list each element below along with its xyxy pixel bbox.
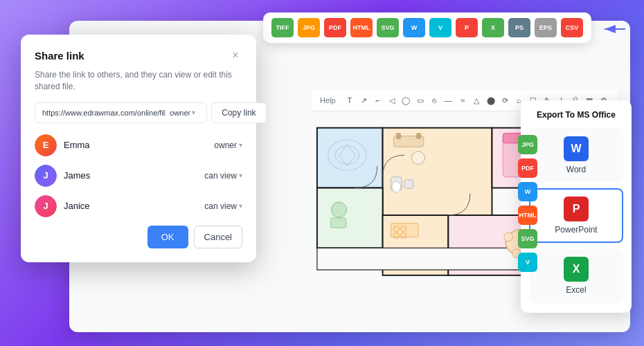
tool-line[interactable]: —: [442, 93, 454, 108]
avatar-janice-img: J: [35, 195, 57, 217]
avatar-emma-img: E: [35, 134, 57, 156]
tool-corner[interactable]: ⌐: [372, 93, 383, 108]
export-options: W Word P PowerPoint X Excel: [529, 128, 623, 303]
share-dialog: Share link × Share the link to others, a…: [21, 35, 256, 262]
role-janice-label: can view: [204, 201, 237, 211]
svg-rect-35: [331, 218, 346, 228]
user-name-emma: Emma: [64, 140, 207, 150]
role-emma[interactable]: owner ▾: [214, 140, 242, 150]
permission-chevron: ▾: [192, 109, 195, 116]
tool-tri[interactable]: △: [471, 93, 482, 108]
export-panel-title: Export To MS Office: [529, 110, 623, 120]
format-eps[interactable]: EPS: [535, 18, 557, 37]
close-button[interactable]: ×: [229, 48, 242, 62]
tool-rect[interactable]: ▭: [415, 93, 426, 108]
word-label: Word: [566, 165, 586, 174]
svg-point-34: [331, 202, 346, 217]
side-icon-pdf[interactable]: PDF: [518, 158, 537, 178]
role-janice-chevron: ▾: [239, 202, 242, 210]
export-excel-card[interactable]: X Excel: [529, 248, 623, 303]
export-panel: Export To MS Office W Word P PowerPoint …: [521, 100, 632, 313]
excel-label: Excel: [566, 285, 586, 295]
word-icon: W: [564, 136, 589, 161]
permission-dropdown[interactable]: owner ▾: [165, 109, 199, 117]
ok-button[interactable]: OK: [147, 226, 188, 248]
role-james[interactable]: can view ▾: [204, 171, 242, 181]
tool-fill[interactable]: ⬤: [485, 93, 497, 108]
export-word-card[interactable]: W Word: [529, 128, 623, 183]
format-word[interactable]: W: [403, 18, 425, 37]
tool-eraser[interactable]: ⎋: [429, 93, 440, 108]
help-label: Help: [320, 96, 336, 104]
tool-rotate[interactable]: ⟳: [499, 93, 510, 108]
user-name-james: James: [64, 170, 197, 181]
format-ppt[interactable]: P: [456, 18, 478, 37]
svg-point-15: [411, 152, 424, 165]
export-side-icons: JPG PDF W HTML SVG V: [518, 135, 537, 272]
side-icon-jpg[interactable]: JPG: [518, 135, 537, 154]
format-svg[interactable]: SVG: [377, 18, 399, 37]
link-input-container: https://www.edrawmax.com/online/fil owne…: [35, 102, 207, 123]
dialog-header: Share link ×: [35, 48, 242, 62]
dialog-title: Share link: [35, 50, 84, 62]
cancel-button[interactable]: Cancel: [194, 226, 242, 248]
svg-rect-14: [417, 134, 421, 139]
format-tiff[interactable]: TIFF: [271, 18, 294, 37]
side-icon-svg[interactable]: SVG: [518, 229, 537, 248]
svg-point-27: [504, 233, 513, 242]
svg-rect-0: [317, 128, 383, 188]
svg-rect-4: [317, 188, 383, 248]
avatar-james: J: [35, 165, 57, 187]
permission-label: owner: [170, 109, 190, 117]
svg-rect-18: [404, 180, 413, 189]
format-jpg[interactable]: JPG: [298, 18, 320, 37]
user-row-janice: J Janice can view ▾: [35, 195, 242, 217]
role-emma-chevron: ▾: [239, 141, 242, 149]
svg-point-17: [392, 181, 401, 192]
tool-wave[interactable]: ≈: [457, 93, 468, 108]
role-james-label: can view: [204, 171, 237, 181]
tool-text[interactable]: T: [344, 93, 355, 108]
format-visio[interactable]: V: [429, 18, 451, 37]
svg-rect-13: [396, 134, 400, 139]
role-james-chevron: ▾: [239, 172, 242, 179]
excel-icon: X: [564, 257, 589, 282]
side-icon-visio[interactable]: V: [518, 253, 537, 272]
tool-shape1[interactable]: ◁: [386, 93, 397, 108]
svg-rect-19: [391, 224, 418, 237]
avatar-janice: J: [35, 195, 57, 217]
format-xls[interactable]: X: [482, 18, 504, 37]
user-name-janice: Janice: [64, 201, 197, 211]
tool-shape2[interactable]: ◯: [400, 93, 411, 108]
copy-link-button[interactable]: Copy link: [211, 102, 266, 123]
avatar-emma: E: [35, 134, 57, 156]
link-url-text: https://www.edrawmax.com/online/fil: [42, 109, 165, 117]
export-toolbar: TIFF JPG PDF HTML SVG W V P X PS EPS CSV: [263, 12, 591, 43]
dialog-footer: OK Cancel: [35, 226, 242, 248]
link-row: https://www.edrawmax.com/online/fil owne…: [35, 102, 242, 123]
export-powerpoint-card[interactable]: P PowerPoint: [529, 188, 623, 243]
user-row-emma: E Emma owner ▾: [35, 134, 242, 156]
tool-arrow[interactable]: ↗: [358, 93, 369, 108]
user-row-james: J James can view ▾: [35, 165, 242, 187]
side-icon-word[interactable]: W: [518, 182, 537, 201]
format-ps[interactable]: PS: [508, 18, 530, 37]
avatar-james-img: J: [35, 165, 57, 187]
side-icon-html[interactable]: HTML: [518, 206, 537, 225]
dialog-description: Share the link to others, and they can v…: [35, 69, 242, 93]
powerpoint-icon: P: [564, 197, 589, 221]
role-janice[interactable]: can view ▾: [204, 201, 242, 211]
powerpoint-label: PowerPoint: [555, 225, 597, 235]
arrow-indicator: [601, 21, 629, 41]
format-html[interactable]: HTML: [350, 18, 373, 37]
role-emma-label: owner: [214, 140, 237, 150]
format-pdf[interactable]: PDF: [324, 18, 346, 37]
format-csv[interactable]: CSV: [561, 18, 583, 37]
